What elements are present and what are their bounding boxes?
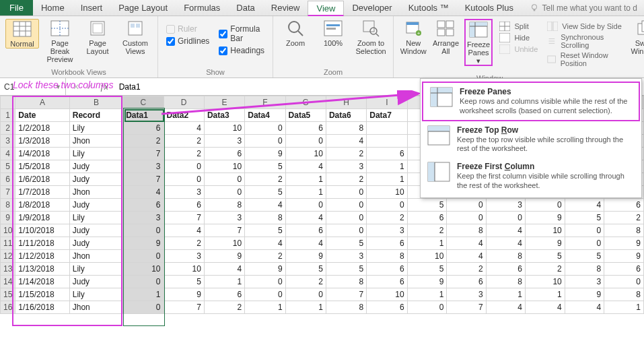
cell[interactable]: 0 [447,199,486,212]
cell[interactable]: 9 [245,148,285,160]
cell[interactable]: 6 [204,148,244,160]
cell[interactable]: 2 [164,135,204,148]
col-header-I[interactable]: I [367,96,407,109]
cell[interactable]: 1 [367,160,407,173]
cell[interactable]: 4 [486,224,525,237]
cell[interactable]: 3 [204,212,244,224]
row-header-11[interactable]: 11 [1,237,15,250]
cell[interactable]: 10 [367,186,407,199]
cell[interactable]: 2 [367,212,407,224]
cell[interactable]: 8 [326,301,366,314]
cell[interactable]: Date [15,109,69,122]
cell[interactable]: 2 [285,276,326,288]
menu-freeze-top-row[interactable]: Freeze Top RowKeep the top row visible w… [421,121,641,158]
cell[interactable]: 4 [447,250,486,263]
cell[interactable]: 10 [204,122,244,135]
cell[interactable]: 0 [285,135,326,148]
row-header-1[interactable]: 1 [1,109,15,122]
cell[interactable]: 8 [326,122,366,135]
cell[interactable]: Judy [69,237,122,250]
cell[interactable]: 0 [204,173,244,186]
cell[interactable]: 9 [123,237,164,250]
menu-freeze-first-column[interactable]: Freeze First ColumnKeep the first column… [421,158,641,195]
menu-freeze-panes[interactable]: Freeze PanesKeep rows and columns visibl… [422,82,640,121]
cell[interactable]: 4 [486,237,525,250]
gridlines-checkbox[interactable]: Gridlines [166,36,209,46]
cell[interactable]: 2 [245,173,285,186]
cell[interactable]: 3 [204,135,244,148]
cell[interactable]: 2 [447,263,486,276]
cell[interactable]: 0 [326,186,366,199]
cell[interactable]: 0 [326,212,366,224]
col-header-F[interactable]: F [245,96,285,109]
cell[interactable]: 6 [604,199,644,212]
cell[interactable]: 8 [604,288,644,301]
cell[interactable]: Jhon [69,250,122,263]
cell[interactable]: 4 [525,301,565,314]
cell[interactable]: 8 [204,199,244,212]
fx-icon[interactable]: ƒx [100,82,108,92]
cell[interactable]: 6 [486,263,525,276]
cell[interactable]: 3 [326,160,366,173]
row-header-2[interactable]: 2 [1,122,15,135]
cell[interactable]: 10 [525,224,565,237]
cell[interactable]: 2 [326,148,366,160]
cell[interactable]: 9 [565,288,604,301]
cell[interactable]: 0 [245,276,285,288]
row-header-7[interactable]: 7 [1,186,15,199]
cell[interactable]: 1/2/2018 [15,122,69,135]
cell[interactable]: Jhon [69,186,122,199]
cell[interactable]: 10 [407,250,447,263]
cell[interactable]: 4 [285,212,326,224]
cell[interactable]: Jhon [69,301,122,314]
cell[interactable]: 6 [367,276,407,288]
row-header-9[interactable]: 9 [1,212,15,224]
select-all-corner[interactable] [1,96,15,109]
col-header-H[interactable]: H [326,96,366,109]
cell[interactable]: 6 [164,199,204,212]
hide-button[interactable]: Hide [499,33,538,42]
cell[interactable]: Judy [69,199,122,212]
row-header-3[interactable]: 3 [1,135,15,148]
cell[interactable]: 5 [326,237,366,250]
zoom-button[interactable]: Zoom [279,19,312,47]
cell[interactable]: 2 [604,212,644,224]
cell[interactable]: 9 [525,212,565,224]
cell[interactable]: Record [69,109,122,122]
cell[interactable]: 0 [326,199,366,212]
cell[interactable]: 7 [164,212,204,224]
switch-windows-button[interactable]: Switch Windows ▾ [631,19,644,63]
cell[interactable]: 4 [204,263,244,276]
row-header-16[interactable]: 16 [1,301,15,314]
cell[interactable]: 4 [164,122,204,135]
cell[interactable]: 6 [407,212,447,224]
cell[interactable]: 6 [123,199,164,212]
tab-view[interactable]: View [308,1,344,16]
row-header-4[interactable]: 4 [1,148,15,160]
cell[interactable]: 1/14/2018 [15,276,69,288]
freeze-panes-button[interactable]: Freeze Panes ▾ [464,19,493,66]
cell[interactable]: 8 [604,224,644,237]
cell[interactable]: 9 [245,263,285,276]
formula-bar-checkbox[interactable]: Formula Bar [219,24,264,43]
cell[interactable]: 2 [525,263,565,276]
cell[interactable]: 10 [367,288,407,301]
cell[interactable]: 6 [447,276,486,288]
cell[interactable]: 6 [367,301,407,314]
cell[interactable]: 10 [204,237,244,250]
cell[interactable]: 3 [164,250,204,263]
col-header-D[interactable]: D [164,96,204,109]
cell[interactable]: 1 [285,186,326,199]
cell[interactable]: 9 [204,250,244,263]
cell[interactable]: 0 [486,212,525,224]
cell[interactable]: 4 [565,199,604,212]
cell[interactable]: 2 [245,250,285,263]
cell[interactable]: 6 [285,224,326,237]
cell[interactable]: 0 [285,288,326,301]
cell[interactable]: Judy [69,173,122,186]
cell[interactable]: 1 [525,288,565,301]
tab-kutools-plus[interactable]: Kutools Plus [457,0,522,15]
cell[interactable]: 3 [326,250,366,263]
cell[interactable]: 1/7/2018 [15,186,69,199]
row-header-5[interactable]: 5 [1,160,15,173]
